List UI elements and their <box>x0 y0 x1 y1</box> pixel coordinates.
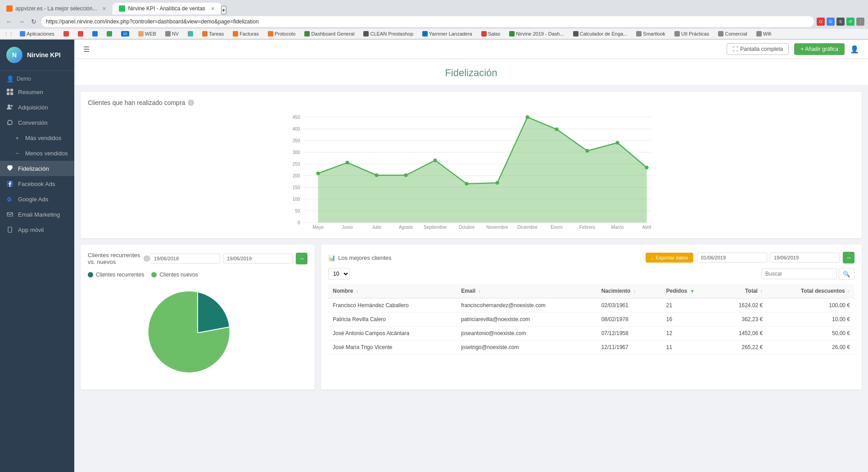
bookmark-tareas[interactable]: Tareas <box>199 30 226 37</box>
reload-button[interactable]: ↻ <box>29 17 39 27</box>
bookmark-arrow[interactable] <box>185 30 196 37</box>
svg-text:Octubre: Octubre <box>459 225 475 230</box>
sidebar-item-app-movil[interactable]: App móvil <box>0 222 74 237</box>
bookmark-facturas[interactable]: Facturas <box>230 30 262 37</box>
forward-button[interactable]: → <box>16 17 27 27</box>
cell-descuentos: 100,00 € <box>767 298 854 313</box>
bookmark-fb[interactable] <box>90 30 100 37</box>
back-button[interactable]: ← <box>4 17 14 27</box>
th-email[interactable]: Email ↕ <box>457 284 597 298</box>
facebook-icon <box>6 180 14 187</box>
user-menu-button[interactable]: 👤 <box>850 45 859 54</box>
bookmark-green[interactable] <box>104 30 115 37</box>
url-input[interactable] <box>41 16 814 27</box>
th-pedidos-label: Pedidos <box>666 288 687 294</box>
bookmark-aplicaciones[interactable]: Aplicaciones <box>17 30 57 37</box>
search-button[interactable]: 🔍 <box>839 268 854 280</box>
recurrentes-date-from[interactable] <box>150 254 220 263</box>
svg-text:400: 400 <box>293 127 300 132</box>
th-nombre[interactable]: Nombre ↕ <box>328 284 457 298</box>
new-tab-button[interactable]: + <box>221 6 226 14</box>
bookmark-g[interactable] <box>61 30 72 37</box>
bookmark-wifi[interactable]: Wifi <box>754 30 774 37</box>
add-grafica-button[interactable]: + Añadir gráfica <box>794 43 845 55</box>
bookmark-salas[interactable]: Salas <box>479 30 503 37</box>
page-title-bar: Fidelización <box>74 59 868 86</box>
th-total[interactable]: Total ↕ <box>718 284 767 298</box>
chart-info-icon[interactable]: i <box>188 100 194 106</box>
bookmark-smartlook[interactable]: Smartlook <box>633 30 668 37</box>
export-button[interactable]: ↓ Exportar datos <box>646 253 693 263</box>
cell-pedidos: 16 <box>662 313 718 327</box>
ext-misc1[interactable]: S <box>836 18 845 26</box>
tab-appvizer[interactable]: appvizer.es - La mejor selección... ✕ <box>0 3 113 14</box>
bookmark-comercial[interactable]: Comercial <box>715 30 750 37</box>
ext-misc2[interactable]: ↺ <box>846 18 854 26</box>
sidebar-item-facebook-ads[interactable]: Facebook Ads <box>0 176 74 191</box>
count-select[interactable]: 10 25 50 <box>328 268 350 280</box>
sort-total-icon[interactable]: ↕ <box>760 289 763 294</box>
tab-nirvine[interactable]: Nirvine KPI - Analítica de ventas ✕ <box>113 3 221 14</box>
bookmark-gmail[interactable] <box>75 30 86 37</box>
ext-google[interactable]: G <box>827 18 835 26</box>
recurrentes-info-icon[interactable]: i <box>144 255 150 262</box>
ext-misc3[interactable]: ⋮ <box>856 18 864 26</box>
mejores-go-button[interactable]: → <box>843 252 854 263</box>
sort-pedidos-icon[interactable]: ▼ <box>690 289 695 294</box>
sidebar-item-mas-vendidos[interactable]: + Más vendidos <box>0 130 74 145</box>
bookmark-calculador[interactable]: Calculador de Enga... <box>570 30 630 37</box>
svg-text:0: 0 <box>298 220 300 225</box>
recurrentes-date-to[interactable] <box>223 254 293 263</box>
bookmark-10[interactable]: 10 <box>118 30 132 37</box>
search-input[interactable] <box>761 268 837 279</box>
table-row: José Antonio Campos Alcántara joseantoni… <box>328 327 854 340</box>
close-tab-nirvine[interactable]: ✕ <box>211 6 215 12</box>
bookmark-uii[interactable]: UII Prácticas <box>672 30 712 37</box>
mejores-clientes-title: 📊 Los mejores clientes <box>328 254 392 261</box>
sidebar-item-menos-vendidos[interactable]: − Menos vendidos <box>0 145 74 161</box>
sidebar-item-resumen[interactable]: Resumen <box>0 84 74 100</box>
cell-total: 265,22 € <box>718 340 767 354</box>
bookmark-clean[interactable]: CLEAN Prestashop <box>361 30 416 37</box>
th-pedidos[interactable]: Pedidos ▼ <box>662 284 718 298</box>
mas-vendidos-label: Más vendidos <box>25 135 61 141</box>
bookmarks-bar: ⋮⋮ Aplicaciones 10 WEB NV <box>0 29 868 39</box>
svg-text:G: G <box>7 196 11 202</box>
sidebar-item-email-marketing[interactable]: Email Marketing <box>0 207 74 222</box>
bookmark-nv[interactable]: NV <box>163 30 181 37</box>
th-nacimiento[interactable]: Nacimiento ↕ <box>597 284 662 298</box>
svg-text:Septiembre: Septiembre <box>424 225 447 230</box>
ext-opera[interactable]: O <box>817 18 825 26</box>
sidebar-item-fidelizacion[interactable]: Fidelización <box>0 161 74 176</box>
recurrentes-go-button[interactable]: → <box>296 253 307 264</box>
close-tab-appvizer[interactable]: ✕ <box>102 6 106 12</box>
main-content: ☰ ⛶ Pantalla completa + Añadir gráfica 👤… <box>74 40 868 472</box>
hamburger-icon[interactable]: ☰ <box>83 45 90 54</box>
mejores-date-from[interactable] <box>697 253 767 263</box>
bookmark-protocolo[interactable]: Protocolo <box>265 30 298 37</box>
bookmark-label: Aplicaciones <box>27 31 54 36</box>
table-body: Francisco Hernández Caballero franciscoh… <box>328 298 854 354</box>
sort-nacimiento-icon[interactable]: ↕ <box>633 289 636 294</box>
top-bar-right: ⛶ Pantalla completa + Añadir gráfica 👤 <box>727 43 859 55</box>
bookmark-nirvine[interactable]: Nirvine 2019 - Dash... <box>506 30 566 37</box>
address-bar: ← → ↻ O G S ↺ ⋮ <box>0 14 868 29</box>
mejores-date-to[interactable] <box>770 253 840 263</box>
sort-nombre-icon[interactable]: ↕ <box>356 289 358 294</box>
favicon-appvizer <box>6 5 13 12</box>
sort-descuentos-icon[interactable]: ↕ <box>848 289 850 294</box>
bookmark-web[interactable]: WEB <box>136 30 159 37</box>
fullscreen-icon: ⛶ <box>732 46 738 52</box>
sidebar-item-adquisicion[interactable]: Adquisición <box>0 100 74 115</box>
sidebar-item-conversion[interactable]: Conversión <box>0 115 74 130</box>
pantalla-completa-button[interactable]: ⛶ Pantalla completa <box>727 43 789 55</box>
bookmark-yammer[interactable]: Yammer Lanzadera <box>420 30 475 37</box>
th-total-descuentos[interactable]: Total descuentos ↕ <box>767 284 854 298</box>
cell-email: josetrigo@noexiste.com <box>457 340 597 354</box>
line-chart-svg: 450 400 350 300 250 200 150 100 50 0 <box>88 113 854 230</box>
bookmark-dashboard[interactable]: Dashboard General <box>302 30 357 37</box>
sort-email-icon[interactable]: ↕ <box>479 289 481 294</box>
bookmark-web-label: WEB <box>145 31 156 36</box>
svg-text:Agosto: Agosto <box>399 225 413 230</box>
sidebar-item-google-ads[interactable]: G Google Ads <box>0 191 74 207</box>
